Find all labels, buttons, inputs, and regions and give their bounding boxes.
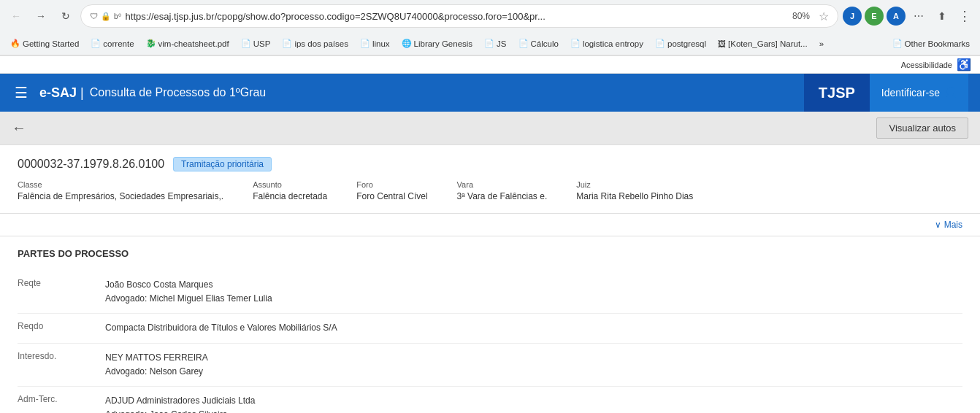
bookmark-label: Cálculo [531, 39, 559, 48]
table-row: Reqte João Bosco Costa Marques Advogado:… [18, 271, 962, 314]
url-display[interactable]: https://esaj.tjsp.jus.br/cpopg/show.do?p… [126, 11, 784, 22]
juiz-label: Juiz [576, 180, 693, 189]
bookmark-page-icon7: 📄 [570, 39, 581, 48]
shield-icon: 🛡 [90, 12, 98, 20]
bookmark-label: ips dos países [294, 39, 348, 48]
bookmark-koten[interactable]: 🖼 [Koten_Gars] Narut... [713, 38, 812, 50]
parte-advogado: Advogado: Nelson Garey [105, 365, 208, 379]
bookmark-fire-icon: 🔥 [10, 39, 20, 48]
profile-avatar-a[interactable]: A [887, 7, 906, 26]
app-title: Consulta de Processos do 1ºGrau [90, 86, 267, 99]
bookmark-other[interactable]: 📄 Other Bookmarks [888, 37, 974, 50]
zoom-badge[interactable]: 80% [788, 9, 814, 23]
mais-link[interactable]: ∨ Mais [0, 214, 980, 236]
cert-icon: b⁰ [114, 12, 121, 20]
bookmark-js[interactable]: 📄 JS [480, 37, 510, 50]
tjsp-badge: TJSP [804, 74, 870, 112]
bookmark-corrente[interactable]: 📄 corrente [86, 37, 138, 50]
detail-juiz: Juiz Maria Rita Rebello Pinho Dias [576, 180, 693, 201]
bookmark-library-genesis[interactable]: 🌐 Library Genesis [397, 37, 478, 50]
back-nav-button[interactable]: ← [6, 6, 26, 26]
bookmark-label: vim-cheatsheet.pdf [158, 39, 229, 48]
bookmark-page-icon5: 📄 [484, 39, 494, 48]
detail-classe: Classe Falência de Empresários, Sociedad… [18, 180, 223, 201]
lock-icon: 🔒 [101, 12, 111, 21]
header-right: TJSP Identificar-se 👤 [804, 74, 968, 112]
process-details: Classe Falência de Empresários, Sociedad… [18, 180, 962, 201]
menu-hamburger-button[interactable]: ☰ [12, 81, 31, 104]
app-logo-separator: | [80, 85, 84, 100]
bookmark-label: linux [372, 39, 390, 48]
parte-info-reqte: João Bosco Costa Marques Advogado: Miche… [105, 278, 272, 306]
identificar-label: Identificar-se [881, 87, 940, 99]
detail-foro: Foro Foro Central Cível [356, 180, 427, 201]
juiz-value: Maria Rita Rebello Pinho Dias [576, 191, 693, 201]
reload-button[interactable]: ↻ [55, 6, 76, 26]
bookmark-img-icon: 🖼 [718, 39, 726, 48]
bookmark-logistica[interactable]: 📄 logistica entropy [566, 37, 648, 50]
bookmark-star-button[interactable]: ☆ [819, 9, 829, 23]
extensions-button[interactable]: ⋯ [908, 6, 929, 26]
back-button[interactable]: ← [12, 120, 26, 136]
bookmark-getting-started[interactable]: 🔥 Getting Started [6, 37, 83, 50]
bookmark-dragon-icon: 🐉 [146, 39, 156, 48]
back-bar: ← Visualizar autos [0, 112, 980, 145]
partes-title: PARTES DO PROCESSO [18, 248, 962, 259]
bookmark-vim-cheatsheet[interactable]: 🐉 vim-cheatsheet.pdf [142, 37, 234, 50]
parte-info-reqdo: Compacta Distribuidora de Títulos e Valo… [105, 321, 337, 335]
bookmark-label: » [819, 39, 824, 48]
identificar-button[interactable]: Identificar-se 👤 [870, 74, 968, 112]
process-number-row: 0000032-37.1979.8.26.0100 Tramitação pri… [18, 157, 962, 171]
share-button[interactable]: ⬆ [932, 6, 952, 26]
process-section: 0000032-37.1979.8.26.0100 Tramitação pri… [0, 145, 980, 214]
security-icons: 🛡 🔒 b⁰ [90, 12, 121, 21]
parte-name: João Bosco Costa Marques [105, 278, 272, 292]
parte-label-interesdo: Interesdo. [18, 351, 76, 379]
bookmark-linux[interactable]: 📄 linux [356, 37, 394, 50]
partes-section: PARTES DO PROCESSO Reqte João Bosco Cost… [0, 236, 980, 413]
parte-name: Compacta Distribuidora de Títulos e Valo… [105, 321, 337, 335]
parte-label-reqte: Reqte [18, 278, 76, 306]
accessibility-icon[interactable]: ♿ [957, 58, 971, 72]
vara-value: 3ª Vara de Falências e. [457, 191, 548, 201]
bookmark-page-icon3: 📄 [282, 39, 292, 48]
bookmark-usp[interactable]: 📄 USP [237, 37, 275, 50]
app-logo-bold: e-SAJ [39, 85, 77, 100]
classe-value: Falência de Empresários, Sociedades Empr… [18, 191, 223, 201]
parte-label-reqdo: Reqdo [18, 321, 76, 335]
bookmark-page-icon2: 📄 [241, 39, 251, 48]
app-logo: e-SAJ | [39, 85, 84, 101]
browser-toolbar: ← → ↻ 🛡 🔒 b⁰ https://esaj.tjsp.jus.br/cp… [0, 0, 980, 32]
detail-assunto: Assunto Falência decretada [253, 180, 327, 201]
table-row: Interesdo. NEY MATTOS FERREIRA Advogado:… [18, 344, 962, 387]
parte-advogado: Advogado: Michel Miguel Elias Temer Luli… [105, 292, 272, 306]
profile-avatar-e[interactable]: E [865, 7, 884, 26]
browser-actions: J E A ⋯ ⬆ ⋮ [843, 5, 974, 27]
bookmark-page-icon6: 📄 [518, 39, 529, 48]
browser-chrome: ← → ↻ 🛡 🔒 b⁰ https://esaj.tjsp.jus.br/cp… [0, 0, 980, 56]
bookmark-postgresql[interactable]: 📄 postgresql [651, 37, 711, 50]
profile-avatar-j[interactable]: J [843, 7, 862, 26]
process-number: 0000032-37.1979.8.26.0100 [18, 158, 164, 171]
bookmark-label: Library Genesis [414, 39, 473, 48]
parte-name: ADJUD Administradores Judiciais Ltda [105, 394, 302, 408]
bookmark-calculo[interactable]: 📄 Cálculo [514, 37, 563, 50]
bookmark-label: JS [497, 39, 506, 48]
vara-label: Vara [457, 180, 548, 189]
bookmark-label: postgresql [667, 39, 706, 48]
accessibility-label: Acessibilidade [901, 61, 952, 69]
bookmark-label: Getting Started [23, 39, 79, 48]
visualizar-autos-button[interactable]: Visualizar autos [876, 117, 968, 139]
table-row: Adm-Terc. ADJUD Administradores Judiciai… [18, 387, 962, 413]
accessibility-bar: Acessibilidade ♿ [0, 56, 980, 74]
bookmark-page-icon4: 📄 [360, 39, 370, 48]
classe-label: Classe [18, 180, 223, 189]
bookmark-label: USP [253, 39, 271, 48]
bookmark-more[interactable]: » [815, 38, 828, 50]
bookmarks-bar: 🔥 Getting Started 📄 corrente 🐉 vim-cheat… [0, 32, 980, 55]
bookmark-ips[interactable]: 📄 ips dos países [277, 37, 353, 50]
parte-name: NEY MATTOS FERREIRA [105, 351, 208, 365]
bookmark-label: logistica entropy [583, 39, 643, 48]
forward-nav-button[interactable]: → [31, 6, 51, 26]
browser-menu-button[interactable]: ⋮ [955, 5, 974, 27]
